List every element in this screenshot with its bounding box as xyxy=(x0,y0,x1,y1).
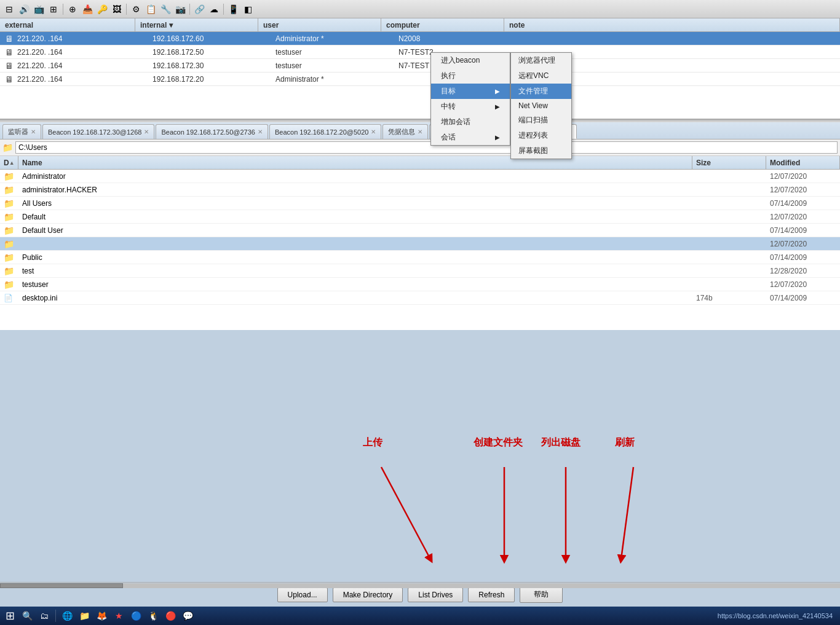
path-input[interactable] xyxy=(15,141,838,154)
svg-line-3 xyxy=(621,467,633,559)
beacon-internal: 192.168.172.60 xyxy=(148,32,271,45)
sub-port-scan[interactable]: 端口扫描 xyxy=(511,112,571,128)
tb-search[interactable]: 🔍 xyxy=(20,608,34,623)
toolbar-icon-13[interactable]: ☁ xyxy=(207,2,221,16)
toolbar-icon-7[interactable]: 🖼 xyxy=(110,2,124,16)
file-modified: 12/28/2020 xyxy=(766,264,840,277)
beacon-row[interactable]: 🖥 221.220. .164 192.168.172.30 testuser … xyxy=(0,59,840,73)
toolbar-icon-5[interactable]: 📥 xyxy=(81,2,94,16)
file-row[interactable]: 📁 12/07/2020 xyxy=(0,237,840,251)
col-header-modified[interactable]: Modified xyxy=(766,156,840,169)
tab-listeners[interactable]: 监听器 ✕ xyxy=(2,124,41,139)
ctx-execute[interactable]: 执行 xyxy=(431,68,510,84)
upload-button[interactable]: Upload... xyxy=(277,588,328,602)
tb-taskview[interactable]: 🗂 xyxy=(37,608,52,623)
list-drives-button[interactable]: List Drives xyxy=(408,588,463,602)
make-directory-button[interactable]: Make Directory xyxy=(333,588,403,602)
sub-net-view[interactable]: Net View xyxy=(511,99,571,112)
tab-close-listeners[interactable]: ✕ xyxy=(31,128,36,135)
toolbar-icon-2[interactable]: 📺 xyxy=(32,2,46,16)
toolbar-icon-9[interactable]: 📋 xyxy=(144,2,157,16)
col-header-internal[interactable]: internal ▾ xyxy=(135,18,258,31)
file-row[interactable]: 📁 test 12/28/2020 xyxy=(0,264,840,278)
col-header-computer[interactable]: computer xyxy=(381,18,504,31)
beacon-icon: 🖥 xyxy=(0,32,12,45)
file-row[interactable]: 📄 desktop.ini 174b 07/14/2009 xyxy=(0,291,840,305)
toolbar-icon-10[interactable]: 🔧 xyxy=(159,2,172,16)
file-row[interactable]: 📁 Default User 07/14/2009 xyxy=(0,224,840,237)
tab-beacon-172-30[interactable]: Beacon 192.168.172.30@1268 ✕ xyxy=(42,124,154,139)
beacon-internal: 192.168.172.30 xyxy=(148,59,271,72)
col-header-name[interactable]: Name xyxy=(18,156,692,169)
toolbar-icon-14[interactable]: 📱 xyxy=(226,2,240,16)
folder-icon: 📁 xyxy=(4,199,14,208)
tab-beacon-172-20[interactable]: Beacon 192.168.172.20@5020 ✕ xyxy=(269,124,381,139)
beacon-external: 221.220. .164 xyxy=(12,73,148,85)
file-row[interactable]: 📁 Public 07/14/2009 xyxy=(0,251,840,264)
tb-app-6[interactable]: 🐧 xyxy=(146,608,160,623)
file-size xyxy=(692,210,766,223)
toolbar-icon-3[interactable]: ⊞ xyxy=(47,2,60,16)
tb-app-1[interactable]: 🌐 xyxy=(60,608,74,623)
file-row[interactable]: 📁 Default 12/07/2020 xyxy=(0,210,840,224)
tab-close-beacon-172-30[interactable]: ✕ xyxy=(144,128,149,135)
toolbar-icon-8[interactable]: ⚙ xyxy=(129,2,143,16)
col-header-note[interactable]: note xyxy=(504,18,840,31)
annotation-make-dir: 创建文件夹 xyxy=(473,436,523,449)
col-header-user[interactable]: user xyxy=(258,18,381,31)
tb-app-8[interactable]: 💬 xyxy=(180,608,195,623)
col-header-size[interactable]: Size xyxy=(692,156,766,169)
beacon-user: Administrator * xyxy=(271,73,394,85)
beacon-row[interactable]: 🖥 221.220. .164 192.168.172.20 Administr… xyxy=(0,73,840,86)
toolbar-icon-6[interactable]: 🔑 xyxy=(95,2,109,16)
tab-credentials[interactable]: 凭据信息 ✕ xyxy=(382,124,428,139)
folder-icon: 📁 xyxy=(4,253,14,262)
tb-app-7[interactable]: 🔴 xyxy=(163,608,178,623)
tab-close-beacon-172-50[interactable]: ✕ xyxy=(258,128,263,135)
file-row[interactable]: 📁 All Users 07/14/2009 xyxy=(0,197,840,210)
annotation-refresh: 刷新 xyxy=(615,436,635,449)
tab-beacon-172-50[interactable]: Beacon 192.168.172.50@2736 ✕ xyxy=(156,124,267,139)
toolbar-icon-11[interactable]: 📷 xyxy=(173,2,187,16)
tb-app-2[interactable]: 📁 xyxy=(77,608,92,623)
ctx-add-session[interactable]: 增加会话 xyxy=(431,114,510,130)
file-section: 📁 D ▲ Name Size Modified 📁 Administrator… xyxy=(0,140,840,330)
beacon-row[interactable]: 🖥 221.220. .164 192.168.172.50 testuser … xyxy=(0,45,840,59)
beacon-external: 221.220. .164 xyxy=(12,45,148,58)
col-header-external[interactable]: external xyxy=(0,18,135,31)
beacon-row[interactable]: 🖥 221.220. .164 192.168.172.60 Administr… xyxy=(0,32,840,45)
start-button[interactable]: ⊞ xyxy=(2,608,17,623)
sub-process-list[interactable]: 进程列表 xyxy=(511,128,571,143)
toolbar-icon-4[interactable]: ⊕ xyxy=(66,2,79,16)
refresh-button[interactable]: Refresh xyxy=(468,588,515,602)
ctx-relay[interactable]: 中转 ▶ xyxy=(431,99,510,114)
col-header-d[interactable]: D ▲ xyxy=(0,156,18,169)
ctx-session[interactable]: 会话 ▶ xyxy=(431,130,510,145)
toolbar-icon-15[interactable]: ◧ xyxy=(241,2,255,16)
tab-close-beacon-172-20[interactable]: ✕ xyxy=(371,128,376,135)
svg-line-0 xyxy=(381,467,430,559)
beacon-icon: 🖥 xyxy=(0,73,12,85)
file-name: desktop.ini xyxy=(18,291,692,304)
file-row[interactable]: 📁 testuser 12/07/2020 xyxy=(0,278,840,291)
ctx-enter-beacon[interactable]: 进入beacon xyxy=(431,53,510,68)
help-button[interactable]: 帮助 xyxy=(520,586,563,603)
file-row[interactable]: 📁 Administrator 12/07/2020 xyxy=(0,170,840,183)
annotation-upload: 上传 xyxy=(363,436,382,449)
file-col-headers: D ▲ Name Size Modified xyxy=(0,156,840,170)
sub-screenshot[interactable]: 屏幕截图 xyxy=(511,143,571,159)
ctx-target[interactable]: 目标 ▶ xyxy=(431,84,510,99)
tab-close-credentials[interactable]: ✕ xyxy=(418,128,422,135)
file-row[interactable]: 📁 administrator.HACKER 12/07/2020 xyxy=(0,183,840,197)
toolbar-icon-1[interactable]: 🔊 xyxy=(17,2,31,16)
tb-app-4[interactable]: ★ xyxy=(111,608,126,623)
sub-browser-proxy[interactable]: 浏览器代理 xyxy=(511,53,571,68)
tb-app-3[interactable]: 🦊 xyxy=(94,608,109,623)
toolbar-icon-12[interactable]: 🔗 xyxy=(192,2,206,16)
horizontal-scrollbar[interactable] xyxy=(0,583,840,588)
sub-file-manager[interactable]: 文件管理 xyxy=(511,84,571,99)
sub-remote-vnc[interactable]: 远程VNC xyxy=(511,68,571,84)
toolbar-icon-0[interactable]: ⊟ xyxy=(2,2,16,16)
tb-app-5[interactable]: 🔵 xyxy=(129,608,143,623)
file-modified: 12/07/2020 xyxy=(766,278,840,291)
